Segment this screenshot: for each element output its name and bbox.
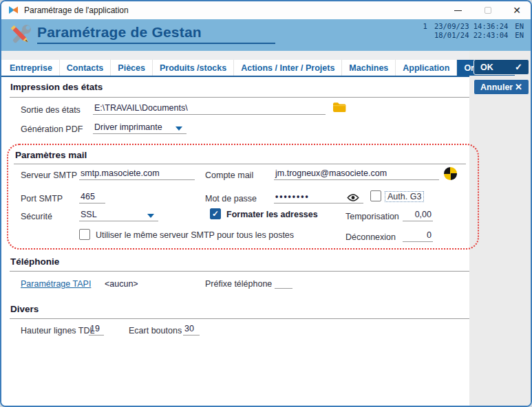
disconnect-label: Déconnexion xyxy=(345,232,396,242)
phone-prefix-field[interactable] xyxy=(275,277,292,289)
button-gap-field[interactable]: 30 xyxy=(183,324,200,336)
dropdown-arrow-icon[interactable] xyxy=(175,126,182,131)
gestan-logo-icon xyxy=(8,5,19,16)
check-icon: ✓ xyxy=(515,62,522,72)
smtp-port-label: Port SMTP xyxy=(21,194,63,204)
check-icon: ✓ xyxy=(212,209,219,219)
security-label: Sécurité xyxy=(21,212,52,221)
format-addresses-label: Formater les adresses xyxy=(226,210,318,219)
maximize-button[interactable] xyxy=(476,1,500,19)
tab-actions-inter-projets[interactable]: Actions / Inter / Projets xyxy=(234,60,342,76)
settings-window: Paramétrage de l'application ✕ Paramétra… xyxy=(0,0,532,407)
tab-entreprise[interactable]: Entreprise xyxy=(3,60,60,76)
tab-contacts[interactable]: Contacts xyxy=(60,60,111,76)
mail-account-label: Compte mail xyxy=(205,170,253,180)
same-smtp-server-checkbox[interactable] xyxy=(79,229,90,240)
divider xyxy=(14,164,466,164)
title-bar: Paramétrage de l'application ✕ xyxy=(1,1,531,19)
timestamp-line-created: 123/09/23 14:36:24EN xyxy=(416,22,524,31)
tab-bar: Entreprise Contacts Pièces Produits /sto… xyxy=(1,60,469,77)
tempo-field[interactable]: 0,00 xyxy=(403,210,433,221)
folder-browse-icon[interactable] xyxy=(332,102,346,113)
auth-g3-checkbox[interactable] xyxy=(370,190,381,201)
close-button[interactable]: ✕ xyxy=(505,1,529,19)
show-password-eye-icon[interactable] xyxy=(347,193,359,202)
tdl-row-height-label: Hauteur lignes TDL xyxy=(21,326,94,336)
password-label: Mot de passe xyxy=(205,194,257,204)
security-value: SSL xyxy=(81,210,97,219)
output-path-label: Sortie des états xyxy=(21,105,81,115)
tab-produits-stocks[interactable]: Produits /stocks xyxy=(153,60,234,76)
format-addresses-checkbox[interactable]: ✓ xyxy=(210,208,221,219)
tab-machines[interactable]: Machines xyxy=(342,60,396,76)
section-title-mail: Paramètres mail xyxy=(15,150,87,160)
divider xyxy=(10,97,469,98)
window-title: Paramétrage de l'application xyxy=(24,6,129,15)
phone-prefix-label: Préfixe téléphone xyxy=(205,279,272,289)
mail-test-icon[interactable] xyxy=(444,167,457,180)
timestamp-line-updated: 18/01/24 22:43:04EN xyxy=(416,31,524,40)
section-title-divers: Divers xyxy=(10,304,39,314)
header-separator-strip xyxy=(1,51,531,60)
pdf-generation-value: Driver imprimante xyxy=(94,122,162,132)
close-x-icon: ✕ xyxy=(515,82,522,92)
smtp-port-field[interactable]: 465 xyxy=(79,192,105,204)
dropdown-arrow-icon[interactable] xyxy=(147,214,154,218)
tapi-settings-link[interactable]: Paramétrage TAPI xyxy=(21,279,91,289)
auth-g3-label: Auth. G3 xyxy=(385,192,423,201)
button-gap-label: Ecart boutons xyxy=(129,326,182,336)
tempo-label: Temporisation xyxy=(345,212,399,221)
page-title: Paramétrage de Gestan xyxy=(37,24,275,44)
disconnect-field[interactable]: 0 xyxy=(403,230,433,242)
security-select[interactable]: SSL xyxy=(79,210,158,221)
minimize-button[interactable] xyxy=(446,1,469,19)
tdl-row-height-field[interactable]: 19 xyxy=(89,324,104,336)
pdf-generation-select[interactable]: Driver imprimante xyxy=(93,122,187,134)
ok-button-label: OK xyxy=(480,63,493,72)
ok-button[interactable]: OK ✓ xyxy=(474,59,529,75)
tab-pieces[interactable]: Pièces xyxy=(111,60,153,76)
cancel-button-label: Annuler xyxy=(480,82,513,92)
action-panel xyxy=(469,51,532,406)
cancel-button[interactable]: Annuler ✕ xyxy=(474,79,529,95)
smtp-server-label: Serveur SMTP xyxy=(21,170,77,180)
tab-application[interactable]: Application xyxy=(396,60,457,76)
section-title-telephonie: Téléphonie xyxy=(10,256,59,267)
tapi-value: <aucun> xyxy=(105,279,138,289)
divider xyxy=(10,271,469,272)
divider xyxy=(10,318,469,319)
pdf-generation-label: Génération PDF xyxy=(21,124,83,134)
output-path-field[interactable]: E:\TRAVAIL\Documents\ xyxy=(93,103,326,115)
mail-account-field[interactable]: jm.trogneux@masociete.com xyxy=(274,168,439,180)
smtp-server-field[interactable]: smtp.masociete.com xyxy=(79,168,195,180)
settings-tools-icon xyxy=(7,21,34,49)
page-header: Paramétrage de Gestan 123/09/23 14:36:24… xyxy=(1,19,531,51)
record-timestamps: 123/09/23 14:36:24EN 18/01/24 22:43:04EN xyxy=(416,22,524,40)
same-smtp-server-label: Utiliser le même serveur SMTP pour tous … xyxy=(96,230,294,240)
section-title-impression: Impression des états xyxy=(10,82,103,92)
